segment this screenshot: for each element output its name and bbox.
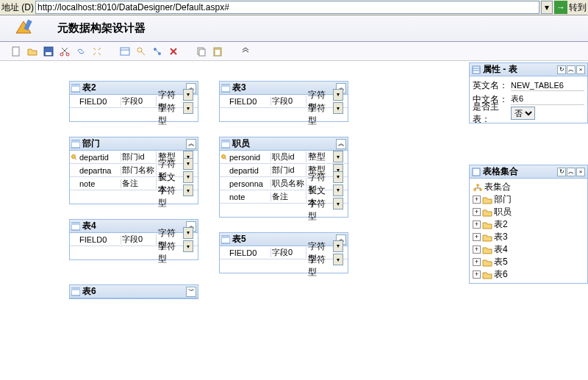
expander-icon[interactable]: + bbox=[473, 233, 481, 241]
expander-icon[interactable]: + bbox=[473, 258, 481, 266]
collapse-button[interactable]: ︽ bbox=[186, 139, 196, 149]
field-row[interactable]: personid职员id整型▾ bbox=[220, 151, 348, 164]
type-dropdown[interactable]: ▾ bbox=[333, 240, 343, 252]
table-icon bbox=[71, 222, 80, 231]
enname-input[interactable] bbox=[511, 79, 584, 91]
app-title: 元数据构架设计器 bbox=[57, 21, 146, 35]
refresh-button[interactable]: ↻ bbox=[557, 168, 566, 176]
field-row[interactable]: 字符型▾ bbox=[70, 190, 198, 204]
new-document-icon[interactable] bbox=[10, 46, 22, 57]
refresh-button[interactable]: ↻ bbox=[557, 65, 566, 74]
primary-key-icon bbox=[220, 154, 229, 161]
design-canvas[interactable]: 表2 ︽ FIELD0字段0字符型▾ 字符型▾ 表3 ︽ FIELD0字段0字符… bbox=[0, 61, 463, 380]
table-header[interactable]: 表6 ︾ bbox=[70, 285, 198, 298]
type-dropdown[interactable]: ▾ bbox=[333, 198, 343, 209]
expand-button[interactable]: ︾ bbox=[186, 287, 196, 297]
table-box-table2[interactable]: 表2 ︽ FIELD0字段0字符型▾ 字符型▾ bbox=[69, 81, 198, 122]
svg-rect-36 bbox=[473, 168, 480, 176]
tree-item[interactable]: +表4 bbox=[473, 243, 584, 256]
tree-item[interactable]: +表6 bbox=[473, 268, 584, 281]
field-row[interactable]: 字符型▾ bbox=[70, 246, 198, 259]
tree-item[interactable]: +表3 bbox=[473, 231, 584, 243]
type-dropdown[interactable]: ▾ bbox=[333, 102, 343, 114]
type-dropdown[interactable]: ▾ bbox=[333, 254, 343, 265]
table-icon bbox=[71, 140, 80, 148]
table-icon[interactable] bbox=[119, 46, 131, 57]
cut-icon[interactable] bbox=[59, 46, 71, 57]
save-icon[interactable] bbox=[43, 46, 54, 57]
type-dropdown[interactable]: ▾ bbox=[333, 89, 343, 101]
tree-item[interactable]: +部门 bbox=[473, 193, 584, 206]
tree-panel: 表格集合 ↻ ︽ × 表集合 +部门 +职员 +表2 +表3 +表4 +表5 +… bbox=[469, 165, 588, 284]
panel-header[interactable]: 表格集合 ↻ ︽ × bbox=[470, 165, 587, 179]
copy-icon[interactable] bbox=[196, 46, 207, 57]
close-button[interactable]: × bbox=[576, 168, 585, 176]
table-icon bbox=[221, 140, 230, 148]
table-box-dept[interactable]: 部门 ︽ departid部门id整型▾ departna部门名称字符型▾ no… bbox=[69, 137, 198, 204]
table-title: 职员 bbox=[232, 137, 334, 150]
expander-icon[interactable]: + bbox=[473, 208, 481, 216]
expander-icon[interactable]: + bbox=[473, 270, 481, 279]
tree-item[interactable]: +职员 bbox=[473, 206, 584, 218]
open-folder-icon[interactable] bbox=[26, 46, 38, 57]
ismain-select[interactable]: 否 bbox=[511, 107, 535, 120]
collapse-button[interactable]: ︽ bbox=[567, 65, 576, 74]
field-row[interactable]: 字符型▾ bbox=[220, 259, 348, 273]
type-dropdown[interactable]: ▾ bbox=[333, 184, 343, 196]
prop-label: 英文名： bbox=[473, 79, 511, 92]
svg-rect-18 bbox=[71, 85, 80, 87]
paste-icon[interactable] bbox=[212, 46, 223, 57]
delete-icon[interactable] bbox=[168, 46, 179, 57]
cnname-input[interactable] bbox=[511, 93, 584, 105]
svg-point-37 bbox=[476, 184, 479, 187]
collapse-up-icon[interactable] bbox=[240, 46, 251, 57]
table-box-table6[interactable]: 表6 ︾ bbox=[69, 284, 198, 299]
folder-icon bbox=[482, 270, 492, 279]
type-dropdown[interactable]: ▾ bbox=[333, 151, 343, 162]
expander-icon[interactable]: + bbox=[473, 221, 481, 229]
expander-icon[interactable]: + bbox=[473, 245, 481, 254]
type-dropdown[interactable]: ▾ bbox=[183, 158, 193, 170]
field-row[interactable]: 字符型▾ bbox=[70, 108, 198, 121]
tree-icon bbox=[472, 168, 481, 176]
panel-header[interactable]: 属性 - 表 ↻ ︽ × bbox=[470, 63, 587, 76]
table-header[interactable]: 职员 ︽ bbox=[220, 137, 348, 151]
go-button[interactable]: → bbox=[554, 1, 567, 14]
type-dropdown[interactable]: ▾ bbox=[183, 184, 193, 196]
table-box-staff[interactable]: 职员 ︽ personid职员id整型▾ departid部门id整型▾ per… bbox=[219, 137, 348, 218]
table-icon bbox=[221, 84, 230, 93]
collapse-button[interactable]: ︽ bbox=[567, 168, 576, 176]
type-dropdown[interactable]: ▾ bbox=[183, 171, 193, 183]
table-box-table4[interactable]: 表4 ︽ FIELD0字段0字符型▾ 字符型▾ bbox=[69, 219, 198, 260]
type-dropdown[interactable]: ▾ bbox=[183, 240, 193, 252]
field-row[interactable]: 字符型▾ bbox=[220, 108, 348, 121]
tree-root[interactable]: 表集合 bbox=[473, 181, 584, 193]
table-box-table5[interactable]: 表5 ︽ FIELD0字段0字符型▾ 字符型▾ bbox=[219, 232, 348, 273]
type-dropdown[interactable]: ▾ bbox=[333, 171, 343, 183]
collapse-button[interactable]: ︽ bbox=[336, 139, 346, 149]
url-dropdown-button[interactable]: ▾ bbox=[541, 1, 553, 14]
svg-rect-28 bbox=[71, 223, 80, 225]
expand-icon[interactable] bbox=[91, 46, 103, 57]
folder-icon bbox=[482, 245, 492, 254]
svg-line-12 bbox=[155, 49, 159, 54]
type-dropdown[interactable]: ▾ bbox=[183, 102, 193, 114]
address-bar: 地址 (D) ▾ → 转到 bbox=[0, 0, 588, 15]
field-row[interactable]: 字符型▾ bbox=[220, 204, 348, 217]
svg-rect-7 bbox=[121, 48, 129, 55]
tree-item[interactable]: +表2 bbox=[473, 218, 584, 231]
table-header[interactable]: 部门 ︽ bbox=[70, 137, 198, 151]
url-input[interactable] bbox=[35, 1, 539, 14]
type-dropdown[interactable]: ▾ bbox=[183, 89, 193, 101]
svg-rect-2 bbox=[12, 47, 19, 56]
expander-icon[interactable]: + bbox=[473, 196, 481, 204]
table-box-table3[interactable]: 表3 ︽ FIELD0字段0字符型▾ 字符型▾ bbox=[219, 81, 348, 122]
tree-item[interactable]: +表5 bbox=[473, 256, 584, 268]
relation-icon[interactable] bbox=[151, 46, 163, 57]
link-icon[interactable] bbox=[75, 46, 87, 57]
key-icon[interactable] bbox=[135, 46, 147, 57]
type-dropdown[interactable]: ▾ bbox=[183, 227, 193, 239]
close-button[interactable]: × bbox=[576, 65, 585, 74]
folder-icon bbox=[482, 233, 492, 242]
panel-title: 属性 - 表 bbox=[483, 63, 555, 76]
